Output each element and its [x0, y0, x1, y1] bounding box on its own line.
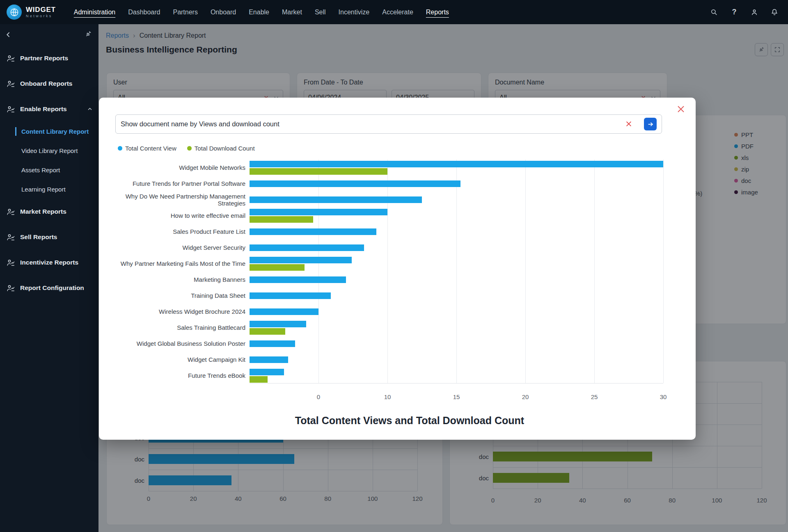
download-count-bar	[250, 264, 305, 271]
x-tick-label: 10	[384, 393, 391, 400]
chart-row: Widget Mobile Networks	[99, 160, 696, 176]
sidebar: Partner ReportsOnboard ReportsEnable Rep…	[0, 24, 98, 532]
content-view-bar	[250, 369, 284, 375]
sidebar-collapse-icon[interactable]	[5, 31, 12, 40]
topnav-item-incentivize[interactable]: Incentivize	[339, 9, 370, 16]
user-account-icon[interactable]	[750, 8, 759, 17]
sidebar-item-label: Market Reports	[20, 208, 66, 215]
sidebar-item-partner-reports[interactable]: Partner Reports	[0, 46, 98, 71]
sidebar-item-label: Report Configuration	[20, 284, 84, 292]
sidebar-item-enable-reports[interactable]: Enable Reports	[0, 96, 98, 122]
sell-reports-icon	[7, 233, 15, 242]
legend-dot-icon	[118, 146, 122, 151]
main-chart: Widget Mobile NetworksFuture Trends for …	[99, 160, 696, 384]
close-icon[interactable]	[676, 104, 687, 115]
sidebar-item-label: Sell Reports	[20, 233, 57, 241]
submit-query-button[interactable]	[644, 118, 657, 130]
category-label: How to write effective email	[99, 212, 250, 219]
topnav-item-sell[interactable]: Sell	[315, 9, 326, 16]
topnav-item-dashboard[interactable]: Dashboard	[128, 9, 160, 16]
category-label: Widget Global Business Solution Poster	[99, 340, 250, 347]
notifications-bell-icon[interactable]	[770, 8, 779, 17]
category-label: Widget Server Security	[99, 244, 250, 251]
x-tick-label: 0	[317, 393, 320, 400]
sidebar-item-market-reports[interactable]: Market Reports	[0, 199, 98, 224]
sidebar-item-report-configuration[interactable]: Report Configuration	[0, 275, 98, 301]
report-configuration-icon	[7, 284, 15, 292]
content-view-bar	[250, 292, 331, 299]
sidebar-item-onboard-reports[interactable]: Onboard Reports	[0, 71, 98, 96]
topnav-item-enable[interactable]: Enable	[249, 9, 269, 16]
chart-row: Why Partner Marketing Fails Most of the …	[99, 256, 696, 272]
chart-row: Widget Server Security	[99, 240, 696, 256]
sidebar-subitem-assets-report[interactable]: Assets Report	[0, 160, 98, 180]
brand-subtitle: Networks	[26, 14, 56, 18]
category-label: Sales Product Feature List	[99, 228, 250, 235]
ai-query-dialog: Total Content ViewTotal Download Count W…	[99, 98, 696, 440]
category-label: Marketing Banners	[99, 276, 250, 283]
top-nav-bar: WIDGET Networks AdministrationDashboardP…	[0, 0, 788, 24]
sidebar-item-label: Incentivize Reports	[20, 259, 78, 266]
sidebar-item-incentivize-reports[interactable]: Incentivize Reports	[0, 250, 98, 275]
legend-dot-icon	[187, 146, 192, 151]
content-view-bar	[250, 161, 663, 167]
chart-row: Training Data Sheet	[99, 288, 696, 304]
topnav-item-reports[interactable]: Reports	[426, 9, 449, 16]
topnav-item-administration[interactable]: Administration	[74, 9, 115, 16]
x-tick-label: 25	[591, 393, 598, 400]
content-view-bar	[250, 209, 387, 215]
topbar-tools: ?	[710, 8, 779, 17]
x-tick-label: 30	[660, 393, 667, 400]
download-count-bar	[250, 168, 387, 175]
category-label: Why Partner Marketing Fails Most of the …	[99, 260, 250, 267]
topnav-item-partners[interactable]: Partners	[173, 9, 197, 16]
brand-name: WIDGET	[26, 6, 56, 14]
chart-row: How to write effective email	[99, 208, 696, 224]
content-view-bar	[250, 308, 318, 315]
content-view-bar	[250, 180, 460, 187]
chart-row: Sales Product Feature List	[99, 224, 696, 240]
search-icon[interactable]	[710, 8, 719, 17]
sidebar-subitem-video-library-report[interactable]: Video Library Report	[0, 141, 98, 160]
sidebar-subitem-learning-report[interactable]: Learning Report	[0, 180, 98, 199]
sidebar-subitem-content-library-report[interactable]: Content Library Report	[0, 122, 98, 141]
download-count-bar	[250, 328, 285, 335]
app-window: WIDGET Networks AdministrationDashboardP…	[0, 0, 788, 532]
x-tick-label: 15	[453, 393, 460, 400]
globe-logo-icon	[7, 5, 22, 20]
clear-query-icon[interactable]	[625, 120, 633, 128]
topnav-item-market[interactable]: Market	[282, 9, 302, 16]
legend-item-total-content-view: Total Content View	[118, 145, 176, 152]
sidebar-item-sell-reports[interactable]: Sell Reports	[0, 224, 98, 250]
content-view-bar	[250, 196, 422, 203]
chart-legend: Total Content ViewTotal Download Count	[118, 145, 255, 152]
sidebar-pin-icon[interactable]	[85, 30, 92, 39]
help-icon[interactable]: ?	[730, 8, 739, 17]
content-view-bar	[250, 276, 346, 283]
content-view-bar	[250, 340, 295, 347]
category-label: Training Data Sheet	[99, 292, 250, 299]
download-count-bar	[250, 216, 313, 223]
content-view-bar	[250, 228, 376, 235]
enable-reports-icon	[7, 105, 15, 114]
category-label: Future Trends eBook	[99, 372, 250, 379]
chart-title: Total Content Views and Total Download C…	[124, 415, 696, 427]
category-label: Why Do We Need Partnership Management St…	[99, 193, 250, 207]
content-view-bar	[250, 356, 288, 363]
chart-row: Sales Training Battlecard	[99, 320, 696, 336]
content-view-bar	[250, 257, 352, 263]
topnav-item-onboard[interactable]: Onboard	[211, 9, 236, 16]
chevron-up-icon	[87, 106, 93, 112]
category-label: Future Trends for Partner Portal Softwar…	[99, 180, 250, 187]
brand[interactable]: WIDGET Networks	[7, 5, 56, 20]
onboard-reports-icon	[7, 80, 15, 88]
query-bar	[115, 114, 662, 134]
content-view-bar	[250, 321, 306, 327]
x-axis: 01015202530	[99, 393, 696, 402]
market-reports-icon	[7, 208, 15, 216]
partner-reports-icon	[7, 54, 15, 63]
query-input[interactable]	[121, 120, 625, 128]
chart-row: Widget Campaign Kit	[99, 352, 696, 368]
category-label: Wireless Widget Brochure 2024	[99, 308, 250, 315]
topnav-item-accelerate[interactable]: Accelerate	[382, 9, 413, 16]
